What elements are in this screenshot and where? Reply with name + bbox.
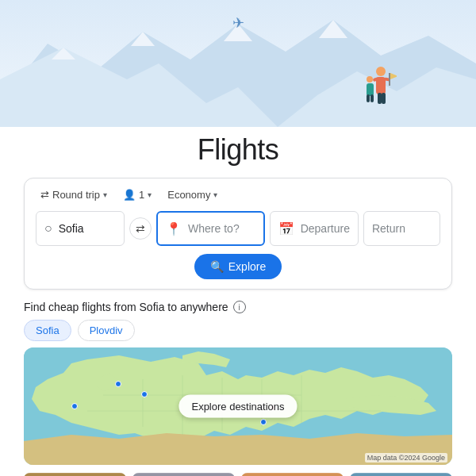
- map-container[interactable]: Explore destinations Map data ©2024 Goog…: [24, 347, 452, 465]
- destination-icon: 📍: [166, 221, 182, 236]
- dest-card-paris[interactable]: Paris Dec 1 — Dec 8: [132, 473, 235, 476]
- section-label-text: Find cheap flights from Sofia to anywher…: [24, 301, 228, 313]
- tab-sofia[interactable]: Sofia: [24, 320, 71, 341]
- destinations-row: London BGN 89 Nov 22 — Nov 29 Nonstop · …: [24, 473, 452, 476]
- map-dot-paris: [141, 391, 148, 397]
- person-figure: [359, 63, 397, 119]
- dest-card-lisbon[interactable]: Lisbon Mar 13 — Mar 22: [350, 473, 452, 476]
- explore-destinations-button[interactable]: Explore destinations: [178, 395, 297, 418]
- svg-rect-18: [389, 73, 390, 86]
- map-dot-athens: [260, 419, 267, 425]
- dest-img-athens: [241, 473, 344, 476]
- section-label: Find cheap flights from Sofia to anywher…: [24, 301, 452, 313]
- trip-type-chevron: ▾: [103, 190, 107, 199]
- passengers-selector[interactable]: 👤 1 ▾: [118, 186, 156, 203]
- trip-type-label: Round trip: [52, 189, 100, 201]
- to-field[interactable]: 📍 Where to?: [156, 211, 265, 246]
- explore-button[interactable]: 🔍 Explore: [194, 254, 282, 279]
- svg-marker-19: [390, 73, 397, 79]
- departure-placeholder: Departure: [301, 222, 350, 235]
- explore-destinations-label: Explore destinations: [191, 401, 284, 413]
- search-options-row: ⇄ Round trip ▾ 👤 1 ▾ Economy ▾: [36, 186, 440, 203]
- passengers-label: 1: [139, 189, 144, 201]
- search-fields-row: ○ Sofia ⇄ 📍 Where to? 📅 Departure Return: [36, 211, 440, 246]
- person-icon: 👤: [123, 189, 136, 201]
- svg-rect-65: [241, 473, 344, 476]
- svg-rect-13: [382, 93, 386, 104]
- from-field[interactable]: ○ Sofia: [36, 211, 125, 246]
- return-field[interactable]: Return: [363, 211, 440, 246]
- tab-plovdiv[interactable]: Plovdiv: [78, 320, 135, 341]
- svg-rect-53: [132, 473, 235, 476]
- svg-rect-78: [350, 473, 452, 476]
- tab-plovdiv-label: Plovdiv: [90, 324, 123, 336]
- svg-point-14: [367, 76, 373, 83]
- class-chevron: ▾: [213, 190, 217, 199]
- explore-btn-row: 🔍 Explore: [36, 254, 440, 279]
- swap-icon: ⇄: [40, 189, 49, 201]
- dest-img-paris: [132, 473, 235, 476]
- svg-rect-15: [367, 83, 374, 96]
- passengers-chevron: ▾: [148, 190, 152, 199]
- to-placeholder: Where to?: [188, 222, 240, 235]
- plane-icon: ✈: [232, 14, 244, 32]
- map-dot-lisbon: [71, 403, 78, 409]
- trip-type-selector[interactable]: ⇄ Round trip ▾: [36, 186, 112, 203]
- info-icon[interactable]: i: [233, 301, 246, 313]
- dest-card-athens[interactable]: Athens Nov 28 — Dec 4: [241, 473, 344, 476]
- class-label: Economy: [167, 189, 210, 201]
- hero-illustration: ✈: [0, 0, 476, 127]
- search-container: ⇄ Round trip ▾ 👤 1 ▾ Economy ▾ ○ Sofia ⇄…: [24, 178, 452, 290]
- svg-rect-40: [24, 473, 126, 476]
- search-icon: 🔍: [210, 260, 224, 273]
- explore-button-label: Explore: [228, 260, 266, 273]
- tabs-row: Sofia Plovdiv: [24, 320, 452, 341]
- origin-icon: ○: [44, 221, 52, 236]
- svg-rect-12: [378, 93, 382, 104]
- from-value: Sofia: [59, 222, 84, 235]
- dest-img-lisbon: [350, 473, 452, 476]
- dest-card-london[interactable]: London BGN 89 Nov 22 — Nov 29 Nonstop · …: [24, 473, 126, 476]
- class-selector[interactable]: Economy ▾: [163, 186, 222, 203]
- return-placeholder: Return: [372, 222, 405, 235]
- dest-img-london: [24, 473, 126, 476]
- departure-field[interactable]: 📅 Departure: [270, 211, 359, 246]
- svg-point-8: [376, 67, 386, 76]
- map-watermark: Map data ©2024 Google: [365, 453, 447, 463]
- calendar-icon: 📅: [278, 221, 294, 236]
- swap-button[interactable]: ⇄: [129, 217, 152, 240]
- page-title: Flights: [0, 133, 476, 167]
- svg-rect-16: [367, 94, 370, 102]
- tab-sofia-label: Sofia: [36, 324, 60, 336]
- map-dot-london: [115, 381, 121, 387]
- svg-rect-17: [370, 94, 374, 102]
